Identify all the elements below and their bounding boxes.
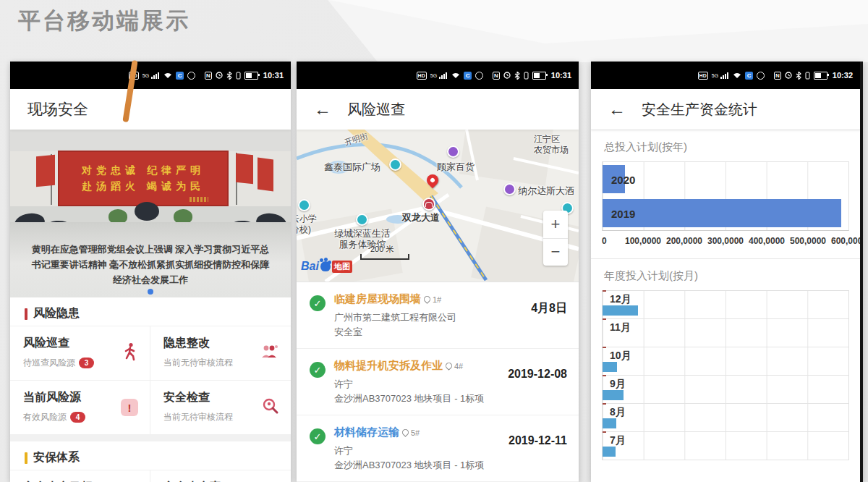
- check-icon: ✓: [310, 362, 326, 378]
- flag: [258, 157, 273, 191]
- map-zoom-control: + −: [543, 211, 568, 266]
- walking-person-icon: [122, 342, 138, 364]
- zoom-in-button[interactable]: +: [543, 211, 568, 239]
- chart-bar-jul: [603, 447, 616, 457]
- pin-number: 1#: [424, 295, 441, 304]
- card-risk-patrol[interactable]: 风险巡查 待巡查风险源 3: [10, 326, 150, 381]
- app-header: ← 安全生产资金统计: [591, 89, 860, 130]
- card-safety-target[interactable]: 安全生产目标: [10, 470, 150, 482]
- news-caption[interactable]: 黄明在应急管理部党组会议上强调 深入学习贯彻习近平总书记重要讲话精神 毫不放松抓…: [29, 242, 272, 287]
- phone-screenshot-risk-patrol: HD 5G C N 10:31 ← 风险巡查: [297, 62, 579, 482]
- clock-time: 10:32: [833, 71, 853, 80]
- chart-row: 11月: [603, 319, 848, 347]
- alarm-icon: [785, 72, 792, 79]
- nfc-icon: N: [493, 72, 500, 80]
- signal-icon: [439, 72, 448, 79]
- chart-bar-aug: [603, 418, 616, 428]
- year-chart-title: 总投入计划(按年): [591, 130, 860, 161]
- people-discussion-icon: [260, 344, 279, 363]
- app-chip-icon: C: [745, 72, 753, 80]
- app-chip-icon: C: [176, 72, 184, 80]
- year-chart-x-axis: 0 100,0000 200,0000 300,0000 400,0000 50…: [602, 234, 849, 251]
- count-badge: 3: [79, 358, 94, 368]
- alarm-icon: [216, 72, 223, 79]
- map-poi-icon: [389, 158, 401, 171]
- section-accent-bar: [25, 308, 27, 320]
- chart-row: 10月: [603, 347, 848, 376]
- chart-bar-oct: [603, 362, 617, 372]
- wifi-icon: [451, 72, 460, 79]
- wifi-icon: [733, 72, 741, 79]
- chart-row: 2019: [603, 196, 848, 230]
- map-poi-label: 纳尔达斯大酒: [518, 185, 574, 196]
- flag: [36, 155, 55, 187]
- vibrate-icon: [524, 72, 529, 80]
- clock-time: 10:31: [551, 71, 571, 80]
- card-safety-responsibility[interactable]: 安全生产责...: [150, 470, 291, 482]
- banner-text: 对党忠诚 纪律严明: [82, 164, 205, 177]
- risk-card-grid: 风险巡查 待巡查风险源 3 隐患整改 当前无待审核流程 当前风险源 有效风险源 …: [10, 326, 291, 435]
- chart-bar-2019: [603, 199, 841, 227]
- list-item[interactable]: ✓ 临建房屋现场围墙 1# 广州市第二建筑工程有限公司 安全室 4月8日: [297, 282, 579, 349]
- status-bar: HD 5G C N 10:31: [297, 62, 579, 89]
- map-poi-icon: [298, 199, 310, 211]
- flag: [236, 153, 253, 185]
- security-card-grid: 安全生产目标 安全生产责...: [10, 470, 291, 482]
- chart-row: 7月: [603, 432, 848, 460]
- map-poi-icon: [503, 183, 516, 195]
- map-poi-icon: [356, 213, 368, 226]
- chart-bar-dec: [603, 305, 638, 316]
- data-saver-icon: [757, 72, 765, 80]
- map-poi-icon: [447, 145, 459, 158]
- metro-station-icon: [422, 198, 435, 211]
- card-safety-check[interactable]: 安全检查 当前无待审核流程: [150, 381, 291, 435]
- background-shape: [311, 0, 868, 62]
- hd-icon: HD: [698, 72, 708, 80]
- year-chart: 2020 2019: [602, 161, 849, 231]
- network-type-icon: 5G: [430, 73, 437, 78]
- vibrate-icon: [805, 72, 810, 80]
- banner: 对党忠诚 纪律严明 赴汤蹈火 竭诚为民: [58, 151, 229, 206]
- chart-row: 12月: [603, 291, 848, 319]
- back-button[interactable]: ←: [608, 99, 642, 119]
- signal-icon: [151, 72, 160, 79]
- map-scale-label: 200 米: [370, 244, 393, 255]
- zoom-out-button[interactable]: −: [543, 239, 568, 266]
- hd-icon: HD: [417, 72, 427, 80]
- chart-row: 2020: [603, 162, 848, 196]
- section-title: 安保体系: [33, 450, 80, 465]
- map[interactable]: 开明街 鑫泰国际广场 顾家百货 江宁区农贸市场 纳尔达斯大酒 双龙大道 绿城深蓝…: [297, 130, 579, 282]
- banner-signature: [190, 197, 208, 202]
- item-date: 4月8日: [531, 301, 567, 339]
- section-divider: [10, 435, 291, 441]
- carousel-indicator-dot: [148, 289, 153, 295]
- alarm-icon: [503, 72, 511, 79]
- section-accent-bar: [25, 452, 27, 464]
- count-badge: 4: [70, 412, 85, 423]
- pin-icon: [401, 428, 410, 437]
- card-hazard-rectify[interactable]: 隐患整改 当前无待审核流程: [150, 326, 291, 381]
- item-date: 2019-12-11: [509, 434, 567, 473]
- list-item[interactable]: ✓ 材料储存运输 5# 许宁 金沙洲AB3707023 地块项目 - 1标项 2…: [297, 415, 579, 482]
- page-title: 安全生产资金统计: [642, 100, 757, 119]
- map-poi-label: 顾家百货: [437, 161, 475, 172]
- bluetooth-icon: [796, 72, 801, 80]
- card-current-risk-source[interactable]: 当前风险源 有效风险源 4 !: [10, 381, 150, 435]
- battery-icon: [532, 72, 546, 80]
- phone-screenshot-funds-statistics: HD 5G C N 10:32 ← 安全生产资金统计 总投入计划(按年) 202…: [591, 62, 863, 482]
- banner-text: 赴汤蹈火 竭诚为民: [82, 180, 205, 193]
- baidu-maps-logo: Bai 地图: [301, 260, 352, 273]
- slide: 平台移动端展示 HD 5G C N 10:31 现场安全: [0, 0, 868, 482]
- list-item[interactable]: ✓ 物料提升机安拆及作业 4# 许宁 金沙洲AB3707023 地块项目 - 1…: [297, 349, 579, 415]
- vibrate-icon: [236, 72, 241, 80]
- data-saver-icon: [187, 72, 195, 80]
- news-carousel[interactable]: 对党忠诚 纪律严明 赴汤蹈火 竭诚为民 黄明在应急管理部党组会议上强调 深入学习…: [10, 130, 291, 297]
- meeting-photo: [10, 130, 291, 151]
- network-type-icon: 5G: [712, 73, 718, 78]
- status-bar: HD 5G C N 10:32: [591, 62, 860, 89]
- app-header: 现场安全: [10, 89, 291, 130]
- slide-title: 平台移动端展示: [18, 6, 190, 36]
- back-button[interactable]: ←: [314, 99, 347, 119]
- battery-icon: [244, 72, 258, 80]
- chart-row: 9月: [603, 376, 848, 404]
